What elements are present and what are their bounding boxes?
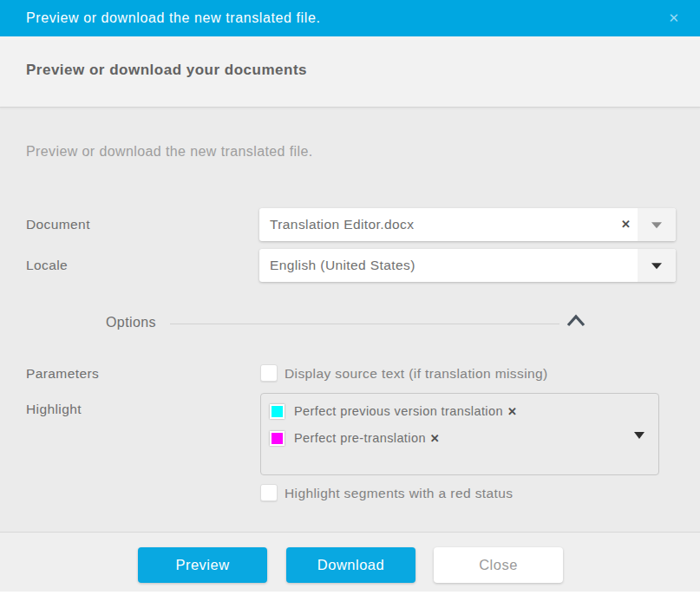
document-dropdown-button[interactable] (638, 208, 676, 241)
locale-value[interactable]: English (United States) (259, 249, 638, 282)
locale-label: Locale (26, 249, 68, 282)
highlight-label: Highlight (26, 401, 82, 418)
header-divider (0, 107, 700, 108)
preview-download-dialog: Preview or download the new translated f… (0, 0, 700, 595)
document-combobox: Translation Editor.docx ✕ (259, 208, 676, 241)
cyan-swatch (270, 404, 285, 419)
options-section-header: Options (0, 312, 700, 335)
display-source-text-checkbox[interactable] (260, 364, 278, 382)
chevron-up-icon[interactable] (566, 314, 586, 331)
locale-dropdown-button[interactable] (638, 249, 676, 282)
options-divider (170, 324, 559, 324)
dialog-subtitle: Preview or download the new translated f… (26, 144, 313, 160)
preview-button[interactable]: Preview (138, 547, 267, 583)
chevron-down-icon (651, 263, 662, 269)
parameters-label: Parameters (26, 364, 99, 382)
options-label: Options (106, 315, 156, 330)
highlight-tag: Perfect previous version translation ✕ (270, 402, 517, 421)
magenta-swatch (270, 431, 285, 446)
document-clear-icon[interactable]: ✕ (621, 208, 631, 241)
document-value[interactable]: Translation Editor.docx (259, 208, 638, 241)
download-button[interactable]: Download (286, 547, 415, 583)
highlight-tag: Perfect pre-translation ✕ (270, 428, 440, 448)
remove-tag-icon[interactable]: ✕ (507, 405, 517, 418)
tag-label: Perfect previous version translation (294, 404, 503, 418)
page-background-edge (0, 592, 700, 595)
locale-combobox: English (United States) (259, 249, 676, 282)
tag-label: Perfect pre-translation (294, 431, 426, 445)
dialog-titlebar-text: Preview or download the new translated f… (26, 0, 320, 36)
red-status-checkbox[interactable] (260, 484, 278, 501)
chevron-down-icon (651, 222, 662, 228)
close-icon[interactable]: ✕ (668, 0, 679, 36)
red-status-label: Highlight segments with a red status (285, 484, 513, 502)
document-label: Document (26, 208, 90, 241)
display-source-text-label: Display source text (if translation miss… (285, 364, 548, 382)
remove-tag-icon[interactable]: ✕ (430, 432, 440, 445)
dialog-subheader: Preview or download your documents (0, 36, 700, 107)
dialog-titlebar: Preview or download the new translated f… (0, 0, 700, 36)
close-button[interactable]: Close (434, 547, 563, 583)
page-title: Preview or download your documents (26, 62, 307, 79)
chevron-down-icon[interactable] (634, 432, 644, 439)
highlight-multiselect[interactable]: Perfect previous version translation ✕ P… (260, 393, 659, 475)
dialog-footer: Preview Download Close (0, 533, 700, 592)
